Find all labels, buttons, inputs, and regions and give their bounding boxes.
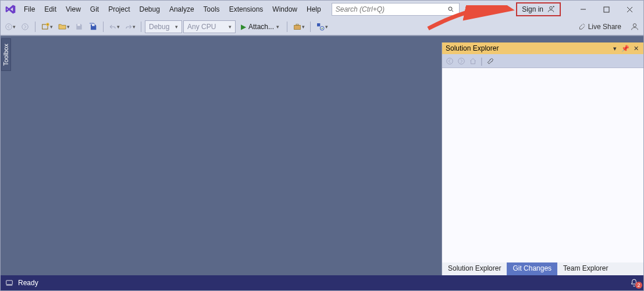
svg-rect-14 — [92, 24, 95, 26]
save-all-button[interactable] — [87, 20, 99, 33]
play-icon: ▶ — [241, 23, 246, 31]
svg-rect-15 — [294, 25, 301, 29]
close-button[interactable] — [618, 2, 641, 16]
minimize-button[interactable] — [571, 2, 595, 16]
status-ready: Ready — [18, 279, 38, 287]
toolbox-icon[interactable]: ▾ — [291, 20, 307, 33]
save-button[interactable] — [73, 20, 86, 33]
panel-dropdown-icon[interactable]: ▾ — [611, 45, 619, 52]
search-icon[interactable] — [447, 6, 459, 13]
menu-analyze[interactable]: Analyze — [165, 3, 199, 16]
menu-tools[interactable]: Tools — [199, 3, 225, 16]
menu-view[interactable]: View — [61, 3, 86, 16]
open-file-button[interactable]: ▾ — [56, 20, 72, 33]
solution-explorer-panel: Solution Explorer ▾ 📌 ✕ | Solution Explo… — [442, 42, 643, 275]
tab-git-changes[interactable]: Git Changes — [507, 262, 557, 275]
panel-toolbar: | — [442, 54, 643, 68]
nav-back-button[interactable]: ▾ — [3, 20, 17, 33]
liveshare-icon — [578, 23, 586, 31]
signin-person-icon — [547, 5, 555, 13]
panel-tabs: Solution Explorer Git Changes Team Explo… — [442, 262, 643, 275]
tab-team-explorer[interactable]: Team Explorer — [557, 262, 614, 275]
search-input[interactable] — [332, 5, 447, 13]
svg-rect-13 — [77, 24, 80, 26]
svg-point-21 — [458, 58, 465, 64]
notification-badge: 2 — [635, 282, 642, 289]
vs-logo-icon — [3, 2, 18, 17]
svg-point-19 — [633, 23, 636, 26]
new-project-button[interactable]: ▾ — [39, 20, 55, 33]
maximize-button[interactable] — [595, 2, 618, 16]
signin-label: Sign in — [522, 5, 543, 13]
breakpoints-icon[interactable]: ▾ — [314, 20, 330, 33]
svg-point-9 — [6, 23, 12, 30]
nav-forward-button[interactable] — [19, 20, 31, 33]
menubar: File Edit View Git Project Debug Analyze… — [1, 1, 643, 18]
svg-point-0 — [449, 7, 452, 10]
search-box[interactable] — [332, 3, 460, 16]
panel-properties-icon[interactable] — [486, 57, 494, 65]
menu-help[interactable]: Help — [302, 3, 326, 16]
config-dropdown[interactable]: Debug▾ — [145, 20, 182, 33]
statusbar: Ready 2 — [1, 275, 643, 290]
body-area: Toolbox Solution Explorer ▾ 📌 ✕ | Soluti… — [1, 36, 643, 275]
panel-home-icon[interactable] — [469, 57, 477, 65]
panel-header: Solution Explorer ▾ 📌 ✕ — [442, 42, 643, 54]
svg-rect-22 — [6, 281, 13, 285]
svg-rect-16 — [296, 24, 298, 25]
toolbox-tab[interactable]: Toolbox — [1, 36, 11, 275]
signin-button[interactable]: Sign in — [516, 2, 561, 16]
panel-body — [442, 68, 643, 262]
attach-button[interactable]: ▶ Attach... ▾ — [237, 20, 283, 33]
panel-forward-icon[interactable] — [457, 57, 465, 65]
panel-title: Solution Explorer — [446, 44, 609, 52]
panel-close-icon[interactable]: ✕ — [632, 45, 640, 52]
panel-pin-icon[interactable]: 📌 — [621, 45, 629, 52]
menu-extensions[interactable]: Extensions — [225, 3, 268, 16]
redo-button[interactable]: ▾ — [123, 20, 137, 33]
undo-button[interactable]: ▾ — [107, 20, 122, 33]
window-controls — [571, 2, 641, 16]
visual-studio-window: File Edit View Git Project Debug Analyze… — [0, 0, 644, 291]
svg-point-2 — [550, 6, 553, 9]
platform-dropdown[interactable]: Any CPU▾ — [183, 20, 236, 33]
menu-window[interactable]: Window — [268, 3, 302, 16]
svg-rect-6 — [604, 7, 609, 12]
menu-debug[interactable]: Debug — [135, 3, 165, 16]
tab-solution-explorer[interactable]: Solution Explorer — [442, 262, 507, 275]
menu-file[interactable]: File — [19, 3, 40, 16]
liveshare-button[interactable]: Live Share — [574, 23, 625, 31]
svg-point-10 — [22, 23, 29, 30]
svg-point-20 — [447, 58, 453, 64]
toolbar: ▾ ▾ ▾ ▾ ▾ Debug▾ Any CPU▾ ▶ Attach... ▾ … — [1, 18, 643, 36]
status-output-icon[interactable] — [5, 279, 13, 287]
feedback-icon[interactable] — [628, 20, 641, 33]
svg-rect-17 — [317, 23, 320, 26]
notifications-button[interactable]: 2 — [629, 278, 639, 288]
menu-git[interactable]: Git — [86, 3, 104, 16]
panel-back-icon[interactable] — [446, 57, 454, 65]
menu-project[interactable]: Project — [104, 3, 134, 16]
svg-line-1 — [451, 10, 453, 12]
editor-area — [11, 36, 442, 275]
menu-edit[interactable]: Edit — [40, 3, 61, 16]
